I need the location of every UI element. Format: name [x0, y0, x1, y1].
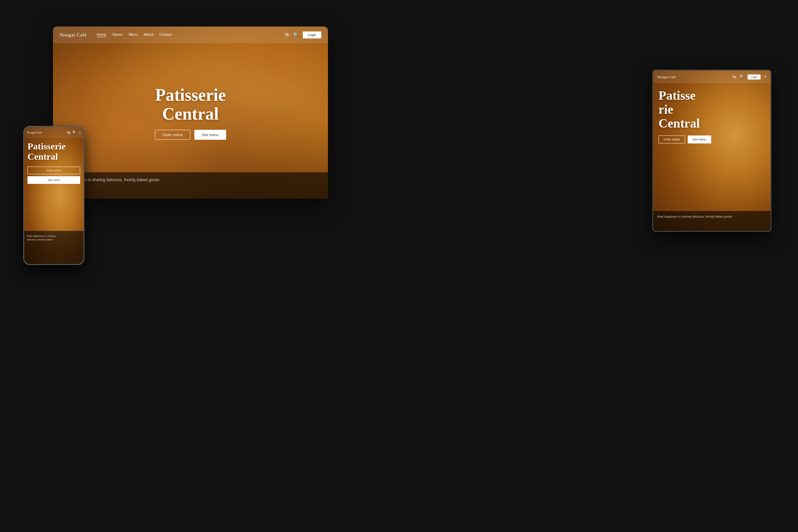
- mobile-tagline: Real happiness is sharing delicious, fre…: [24, 231, 83, 245]
- desktop-nav-contact[interactable]: Contact: [159, 33, 172, 37]
- desktop-nav-home[interactable]: Home: [97, 33, 106, 37]
- tablet-hero: Patisse rie Central Order online See men…: [659, 89, 765, 144]
- mobile-cart-icon[interactable]: 🛍: [66, 131, 70, 134]
- tablet-navbar: Nougat Café 🛍 🔍 Login ≡: [653, 71, 771, 83]
- tablet-hero-title: Patisse rie Central: [659, 89, 765, 130]
- mobile-hero: Patisserie Central Order online See menu: [27, 141, 80, 184]
- desktop-nav-store[interactable]: Store▾: [112, 33, 122, 37]
- mobile-mockup: Nougat Café 🛍 🔍 ≡ Patisserie Central Ord…: [23, 126, 84, 265]
- desktop-hero: Patisserie Central Order online See menu: [155, 86, 226, 140]
- desktop-below-strip: Real happiness is sharing delicious, fre…: [53, 172, 328, 199]
- desktop-mockup: Nougat Café Home Store▾ Menu About Conta…: [53, 26, 328, 199]
- desktop-order-online-button[interactable]: Order online: [155, 130, 190, 140]
- mobile-search-icon[interactable]: 🔍: [72, 131, 77, 135]
- mobile-navbar: Nougat Café 🛍 🔍 ≡: [24, 127, 83, 138]
- desktop-nav-icons: 🛍 🔍 Login: [285, 32, 321, 38]
- desktop-brand: Nougat Café: [60, 32, 87, 38]
- desktop-nav-menu[interactable]: Menu: [129, 33, 138, 37]
- desktop-tagline: Real happiness is sharing delicious, fre…: [53, 172, 328, 188]
- tablet-brand: Nougat Café: [657, 75, 729, 79]
- cart-icon[interactable]: 🛍: [285, 32, 289, 37]
- mobile-screen: Nougat Café 🛍 🔍 ≡ Patisserie Central Ord…: [24, 127, 83, 264]
- tablet-login-button[interactable]: Login: [748, 75, 761, 79]
- desktop-hero-buttons: Order online See menu: [155, 130, 226, 140]
- search-icon[interactable]: 🔍: [293, 32, 299, 38]
- tablet-hamburger-icon[interactable]: ≡: [764, 74, 766, 79]
- tablet-screen: Nougat Café 🛍 🔍 Login ≡ Patisse rie Cent…: [653, 71, 771, 231]
- tablet-tagline: Real happiness is sharing delicious, fre…: [653, 211, 771, 222]
- desktop-nav-about[interactable]: About: [144, 33, 153, 37]
- mobile-hamburger-icon[interactable]: ≡: [79, 131, 81, 134]
- tablet-see-menu-button[interactable]: See menu: [688, 135, 711, 144]
- tablet-search-icon[interactable]: 🔍: [739, 75, 744, 79]
- tablet-below-strip: Real happiness is sharing delicious, fre…: [653, 211, 771, 231]
- mobile-brand: Nougat Café: [27, 131, 64, 134]
- desktop-hero-title: Patisserie Central: [155, 86, 226, 123]
- tablet-mockup: Nougat Café 🛍 🔍 Login ≡ Patisse rie Cent…: [652, 70, 772, 232]
- mobile-see-menu-button[interactable]: See menu: [27, 176, 80, 184]
- desktop-navbar: Nougat Café Home Store▾ Menu About Conta…: [53, 26, 328, 43]
- mobile-below-strip: Real happiness is sharing delicious, fre…: [24, 231, 83, 264]
- mobile-hero-buttons: Order online See menu: [27, 167, 80, 184]
- mobile-order-online-button[interactable]: Order online: [27, 167, 80, 174]
- mobile-hero-title: Patisserie Central: [27, 141, 80, 162]
- desktop-screen: Nougat Café Home Store▾ Menu About Conta…: [53, 26, 328, 199]
- tablet-hero-buttons: Order online See menu: [659, 135, 765, 144]
- desktop-login-button[interactable]: Login: [303, 32, 321, 38]
- tablet-cart-icon[interactable]: 🛍: [732, 75, 736, 79]
- desktop-see-menu-button[interactable]: See menu: [194, 130, 226, 140]
- tablet-order-online-button[interactable]: Order online: [659, 135, 685, 144]
- desktop-nav-links: Home Store▾ Menu About Contact: [97, 33, 278, 37]
